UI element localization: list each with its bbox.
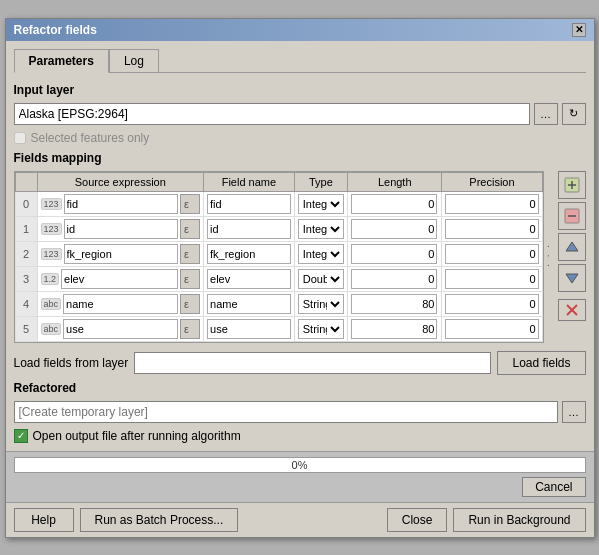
precision-input[interactable]	[445, 194, 538, 214]
load-fields-select[interactable]	[134, 352, 491, 374]
expression-editor-btn[interactable]: ε	[180, 194, 200, 214]
length-input[interactable]	[351, 244, 437, 264]
source-expression-cell: abcε	[37, 291, 204, 316]
batch-process-btn[interactable]: Run as Batch Process...	[80, 508, 239, 532]
row-index: 5	[15, 316, 37, 341]
load-fields-btn[interactable]: Load fields	[497, 351, 585, 375]
precision-input[interactable]	[445, 319, 538, 339]
svg-text:ε: ε	[184, 248, 189, 260]
length-cell	[348, 191, 442, 216]
type-cell: Integer64	[294, 191, 347, 216]
tab-log[interactable]: Log	[109, 49, 159, 72]
col-precision: Precision	[442, 172, 542, 191]
source-expression-input[interactable]	[61, 269, 178, 289]
row-index: 4	[15, 291, 37, 316]
source-expression-input[interactable]	[64, 244, 178, 264]
type-select[interactable]: Integer64	[298, 219, 344, 239]
length-input[interactable]	[351, 219, 437, 239]
precision-input[interactable]	[445, 244, 538, 264]
source-type-badge: 1.2	[41, 273, 60, 285]
length-input[interactable]	[351, 294, 437, 314]
table-row: 2123εInteger64	[15, 241, 542, 266]
col-type: Type	[294, 172, 347, 191]
input-layer-refresh-btn[interactable]: ↻	[562, 103, 586, 125]
source-type-badge: 123	[41, 248, 62, 260]
field-name-input[interactable]	[207, 294, 291, 314]
length-cell	[348, 291, 442, 316]
type-select[interactable]: Integer64	[298, 194, 344, 214]
source-expression-input[interactable]	[64, 194, 178, 214]
fields-mapping-area: Source expression Field name Type Length…	[14, 171, 586, 343]
field-name-cell	[204, 216, 295, 241]
field-name-input[interactable]	[207, 194, 291, 214]
field-name-cell	[204, 241, 295, 266]
col-source: Source expression	[37, 172, 204, 191]
table-row: 31.2εDouble	[15, 266, 542, 291]
expression-editor-btn[interactable]: ε	[180, 244, 200, 264]
source-type-badge: abc	[41, 323, 62, 335]
type-select[interactable]: String	[298, 319, 344, 339]
source-type-badge: 123	[41, 223, 62, 235]
refactored-input[interactable]	[14, 401, 558, 423]
cancel-btn[interactable]: Cancel	[522, 477, 585, 497]
field-name-cell	[204, 316, 295, 341]
field-name-cell	[204, 191, 295, 216]
add-row-btn[interactable]	[558, 171, 586, 199]
precision-input[interactable]	[445, 294, 538, 314]
type-cell: Integer64	[294, 216, 347, 241]
refactored-options-btn[interactable]: …	[562, 401, 586, 423]
input-layer-options-btn[interactable]: …	[534, 103, 558, 125]
length-input[interactable]	[351, 269, 437, 289]
close-btn[interactable]: Close	[387, 508, 448, 532]
type-select[interactable]: String	[298, 294, 344, 314]
clear-btn[interactable]	[558, 299, 586, 321]
field-name-input[interactable]	[207, 319, 291, 339]
input-layer-select[interactable]: Alaska [EPSG:2964]	[14, 103, 530, 125]
expression-editor-btn[interactable]: ε	[180, 294, 200, 314]
source-expression-cell: 1.2ε	[37, 266, 204, 291]
type-select[interactable]: Integer64	[298, 244, 344, 264]
dialog-title: Refactor fields	[14, 23, 97, 37]
source-expression-input[interactable]	[63, 319, 178, 339]
title-bar: Refactor fields ✕	[6, 19, 594, 41]
fields-table: Source expression Field name Type Length…	[15, 172, 543, 342]
fields-table-outer: Source expression Field name Type Length…	[14, 171, 544, 343]
remove-row-btn[interactable]	[558, 202, 586, 230]
progress-bar: 0%	[14, 457, 586, 473]
progress-row: 0% Cancel	[6, 451, 594, 502]
run-in-background-btn[interactable]: Run in Background	[453, 508, 585, 532]
type-cell: Double	[294, 266, 347, 291]
move-up-btn[interactable]	[558, 233, 586, 261]
source-expression-input[interactable]	[63, 294, 178, 314]
refactored-row: …	[14, 401, 586, 423]
precision-cell	[442, 216, 542, 241]
svg-text:ε: ε	[184, 198, 189, 210]
move-down-btn[interactable]	[558, 264, 586, 292]
precision-input[interactable]	[445, 269, 538, 289]
length-input[interactable]	[351, 194, 437, 214]
precision-cell	[442, 291, 542, 316]
selected-features-checkbox[interactable]	[14, 132, 26, 144]
length-input[interactable]	[351, 319, 437, 339]
source-expression-input[interactable]	[64, 219, 178, 239]
type-select[interactable]: Double	[298, 269, 344, 289]
col-index	[15, 172, 37, 191]
field-name-cell	[204, 266, 295, 291]
table-row: 1123εInteger64	[15, 216, 542, 241]
length-cell	[348, 216, 442, 241]
field-name-input[interactable]	[207, 219, 291, 239]
close-icon[interactable]: ✕	[572, 23, 586, 37]
col-length: Length	[348, 172, 442, 191]
svg-text:ε: ε	[184, 223, 189, 235]
bottom-right-btns: Close Run in Background	[387, 508, 586, 532]
tab-parameters[interactable]: Parameters	[14, 49, 109, 73]
field-name-input[interactable]	[207, 269, 291, 289]
precision-cell	[442, 241, 542, 266]
help-btn[interactable]: Help	[14, 508, 74, 532]
expression-editor-btn[interactable]: ε	[180, 319, 200, 339]
field-name-input[interactable]	[207, 244, 291, 264]
type-cell: String	[294, 316, 347, 341]
precision-input[interactable]	[445, 219, 538, 239]
expression-editor-btn[interactable]: ε	[180, 269, 200, 289]
expression-editor-btn[interactable]: ε	[180, 219, 200, 239]
